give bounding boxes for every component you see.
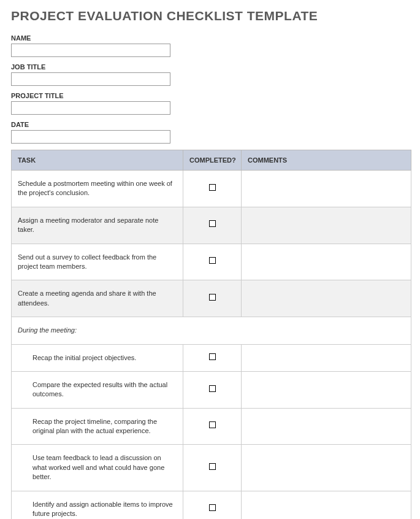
task-cell: Schedule a postmortem meeting within one… [12, 171, 183, 207]
job-title-input[interactable] [11, 72, 170, 86]
completed-cell [183, 371, 242, 408]
task-text: Use team feedback to lead a discussion o… [18, 453, 177, 482]
task-text: Recap the initial project objectives. [18, 353, 177, 363]
table-row: Compare the expected results with the ac… [12, 371, 411, 408]
project-title-field-group: PROJECT TITLE [11, 92, 411, 115]
comments-cell[interactable] [242, 371, 411, 408]
checkbox[interactable] [209, 504, 216, 511]
job-title-field-group: JOB TITLE [11, 63, 411, 86]
checkbox[interactable] [209, 353, 216, 360]
task-text: Recap the project timeline, comparing th… [18, 417, 177, 436]
page-title: PROJECT EVALUATION CHECKLIST TEMPLATE [11, 9, 411, 23]
task-cell: Send out a survey to collect feedback fr… [12, 244, 183, 280]
checkbox[interactable] [209, 257, 216, 264]
comments-cell[interactable] [242, 408, 411, 445]
comments-cell[interactable] [242, 491, 411, 519]
table-row: Schedule a postmortem meeting within one… [12, 171, 411, 207]
task-cell: Recap the project timeline, comparing th… [12, 408, 183, 445]
checkbox[interactable] [209, 421, 216, 428]
comments-cell[interactable] [242, 171, 411, 207]
table-row: Recap the project timeline, comparing th… [12, 408, 411, 445]
checklist-table: TASK COMPLETED? COMMENTS Schedule a post… [11, 150, 411, 519]
name-field-group: NAME [11, 34, 411, 57]
table-row: Identify and assign actionable items to … [12, 491, 411, 519]
table-row: During the meeting: [12, 317, 411, 344]
checkbox[interactable] [209, 220, 216, 227]
task-cell: Recap the initial project objectives. [12, 344, 183, 371]
completed-cell [183, 207, 242, 244]
date-input[interactable] [11, 130, 170, 144]
task-cell: Use team feedback to lead a discussion o… [12, 445, 183, 491]
table-row: Recap the initial project objectives. [12, 344, 411, 371]
task-cell: Create a meeting agenda and share it wit… [12, 280, 183, 317]
completed-cell [183, 408, 242, 445]
column-header-task: TASK [12, 150, 183, 171]
task-text: Identify and assign actionable items to … [18, 500, 177, 519]
comments-cell[interactable] [242, 344, 411, 371]
comments-cell[interactable] [242, 280, 411, 317]
project-title-label: PROJECT TITLE [11, 92, 411, 99]
task-cell: Compare the expected results with the ac… [12, 371, 183, 408]
completed-cell [183, 445, 242, 491]
section-heading: During the meeting: [12, 317, 411, 344]
comments-cell[interactable] [242, 207, 411, 244]
completed-cell [183, 244, 242, 280]
comments-cell[interactable] [242, 244, 411, 280]
task-cell: Identify and assign actionable items to … [12, 491, 183, 519]
checkbox[interactable] [209, 294, 216, 301]
table-row: Assign a meeting moderator and separate … [12, 207, 411, 244]
completed-cell [183, 344, 242, 371]
checkbox[interactable] [209, 184, 216, 191]
checkbox[interactable] [209, 463, 216, 470]
column-header-comments: COMMENTS [242, 150, 411, 171]
table-row: Create a meeting agenda and share it wit… [12, 280, 411, 317]
completed-cell [183, 171, 242, 207]
comments-cell[interactable] [242, 445, 411, 491]
task-text: Compare the expected results with the ac… [18, 380, 177, 399]
table-row: Send out a survey to collect feedback fr… [12, 244, 411, 280]
column-header-completed: COMPLETED? [183, 150, 242, 171]
date-field-group: DATE [11, 121, 411, 144]
date-label: DATE [11, 121, 411, 128]
task-cell: Assign a meeting moderator and separate … [12, 207, 183, 244]
job-title-label: JOB TITLE [11, 63, 411, 71]
checkbox[interactable] [209, 385, 216, 392]
project-title-input[interactable] [11, 101, 170, 115]
name-input[interactable] [11, 44, 170, 57]
name-label: NAME [11, 34, 411, 42]
completed-cell [183, 491, 242, 519]
table-row: Use team feedback to lead a discussion o… [12, 445, 411, 491]
completed-cell [183, 280, 242, 317]
